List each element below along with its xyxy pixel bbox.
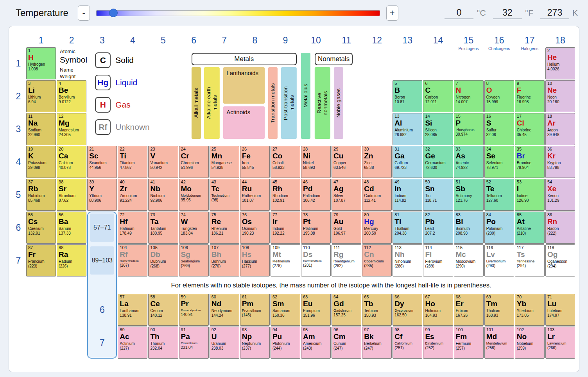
element-tile-yb[interactable]: 70YbYtterbium173.05 xyxy=(515,294,545,326)
element-tile-ac[interactable]: 89AcActinium(227) xyxy=(118,327,147,359)
element-tile-na[interactable]: 11NaSodium22.990 xyxy=(26,113,56,145)
element-tile-sc[interactable]: 21ScScandium44.956 xyxy=(87,146,117,178)
element-tile-es[interactable]: 99EsEinsteinium(252) xyxy=(423,327,453,359)
lanthanoids-label[interactable]: Lanthanoids xyxy=(223,67,265,104)
element-tile-si[interactable]: 14SiSilicon28.085 xyxy=(423,113,453,145)
element-tile-er[interactable]: 68ErErbium167.26 xyxy=(454,294,484,326)
element-tile-md[interactable]: 101MdMendelevium(258) xyxy=(484,327,514,359)
element-tile-y[interactable]: 39YYttrium88.906 xyxy=(87,179,117,211)
element-tile-rn[interactable]: 86RnRadon(222) xyxy=(545,212,575,244)
element-tile-at[interactable]: 85AtAstatine(210) xyxy=(515,212,545,244)
element-tile-ce[interactable]: 58CeCerium140.12 xyxy=(148,294,178,326)
metalloids-label[interactable]: Metalloids xyxy=(301,53,310,139)
element-tile-mg[interactable]: 12MgMagnesium24.305 xyxy=(57,113,86,145)
actinoids-label[interactable]: Actinoids xyxy=(223,106,265,139)
element-tile-no[interactable]: 102NoNobelium(259) xyxy=(515,327,545,359)
post-transition-metals-label[interactable]: Post-transition metals xyxy=(281,67,297,139)
element-tile-o[interactable]: 8OOxygen15.999 xyxy=(484,80,514,112)
element-tile-db[interactable]: 105DbDubnium(268) xyxy=(148,244,178,276)
element-tile-cs[interactable]: 55CsCaesium132.91 xyxy=(26,212,56,244)
celsius-input[interactable] xyxy=(445,7,473,19)
noble-gases-label[interactable]: Noble gases xyxy=(334,67,343,139)
element-tile-eu[interactable]: 63EuEuropium151.96 xyxy=(301,294,331,326)
element-tile-mt[interactable]: 109MtMeitnerium(278) xyxy=(271,244,300,276)
element-tile-xe[interactable]: 54XeXenon131.29 xyxy=(545,179,575,211)
element-tile-p[interactable]: 15PPhosphorus30.974 xyxy=(454,113,484,145)
element-tile-nh[interactable]: 113NhNihonium(286) xyxy=(393,244,422,276)
temperature-increase-button[interactable]: + xyxy=(386,5,398,21)
element-tile-ra[interactable]: 88RaRadium(226) xyxy=(57,244,86,276)
element-tile-mo[interactable]: 42MoMolybdenum95.95 xyxy=(179,179,209,211)
alkaline-earth-metals-label[interactable]: Alkaline earth metals xyxy=(204,67,220,139)
element-tile-ir[interactable]: 77IrIridium192.22 xyxy=(271,212,300,244)
element-tile-ho[interactable]: 67HoHolmium164.93 xyxy=(423,294,453,326)
reactive-nonmetals-label[interactable]: Reactive nonmetals xyxy=(315,67,330,139)
element-tile-cu[interactable]: 29CuCopper63.546 xyxy=(332,146,361,178)
element-tile-fe[interactable]: 26FeIron55.845 xyxy=(240,146,270,178)
element-tile-he[interactable]: 2HeHelium4.0026 xyxy=(545,47,575,79)
element-tile-ca[interactable]: 20CaCalcium40.078 xyxy=(57,146,86,178)
element-tile-pb[interactable]: 82PbLead207.2 xyxy=(423,212,453,244)
element-tile-pd[interactable]: 46PdPalladium106.42 xyxy=(301,179,331,211)
element-tile-hg[interactable]: 80HgMercury200.59 xyxy=(362,212,392,244)
element-tile-re[interactable]: 75ReRhenium186.21 xyxy=(210,212,239,244)
element-tile-v[interactable]: 23VVanadium50.942 xyxy=(148,146,178,178)
element-tile-sb[interactable]: 51SbAntimony121.76 xyxy=(454,179,484,211)
element-tile-pr[interactable]: 59PrPraseodymium140.91 xyxy=(179,294,209,326)
element-tile-sg[interactable]: 106SgSeaborgium(269) xyxy=(179,244,209,276)
element-tile-la[interactable]: 57LaLanthanum138.91 xyxy=(118,294,147,326)
actinoid-placeholder[interactable]: 89–103 xyxy=(90,246,114,275)
element-tile-pt[interactable]: 78PtPlatinum195.08 xyxy=(301,212,331,244)
element-tile-nb[interactable]: 41NbNiobium92.906 xyxy=(148,179,178,211)
element-tile-bk[interactable]: 97BkBerkelium(247) xyxy=(362,327,392,359)
element-tile-u[interactable]: 92UUranium238.03 xyxy=(210,327,239,359)
lanthanoid-placeholder[interactable]: 57–71 xyxy=(90,214,114,242)
element-tile-ag[interactable]: 47AgSilver107.87 xyxy=(332,179,361,211)
element-tile-bi[interactable]: 83BiBismuth208.98 xyxy=(454,212,484,244)
element-tile-sn[interactable]: 50SnTin118.71 xyxy=(423,179,453,211)
element-tile-ga[interactable]: 31GaGallium69.723 xyxy=(393,146,422,178)
element-tile-w[interactable]: 74WTungsten183.84 xyxy=(179,212,209,244)
element-tile-hf[interactable]: 72HfHafnium178.49 xyxy=(118,212,147,244)
element-tile-se[interactable]: 34SeSelenium78.971 xyxy=(484,146,514,178)
element-tile-th[interactable]: 90ThThorium232.04 xyxy=(148,327,178,359)
element-tile-nd[interactable]: 60NdNeodymium144.24 xyxy=(210,294,239,326)
element-tile-s[interactable]: 16SSulfur32.06 xyxy=(484,113,514,145)
element-tile-hs[interactable]: 108HsHassium(277) xyxy=(240,244,270,276)
element-tile-dy[interactable]: 66DyDysprosium162.50 xyxy=(393,294,422,326)
element-tile-zr[interactable]: 40ZrZirconium91.224 xyxy=(118,179,147,211)
element-tile-tm[interactable]: 69TmThulium168.93 xyxy=(484,294,514,326)
element-tile-pm[interactable]: 61PmPromethium(145) xyxy=(240,294,270,326)
element-tile-kr[interactable]: 36KrKrypton83.798 xyxy=(545,146,575,178)
element-tile-cr[interactable]: 24CrChromium51.996 xyxy=(179,146,209,178)
element-tile-ba[interactable]: 56BaBarium137.33 xyxy=(57,212,86,244)
element-tile-rh[interactable]: 45RhRhodium102.91 xyxy=(271,179,300,211)
element-tile-og[interactable]: 118OgOganesson(294) xyxy=(545,244,575,276)
element-tile-sr[interactable]: 38SrStrontium87.62 xyxy=(57,179,86,211)
element-tile-li[interactable]: 3LiLithium6.94 xyxy=(26,80,56,112)
element-tile-tc[interactable]: 43TcTechnetium(98) xyxy=(210,179,239,211)
element-tile-sm[interactable]: 62SmSamarium150.36 xyxy=(271,294,300,326)
element-tile-rf[interactable]: 104RfRutherfordium(267) xyxy=(118,244,147,276)
element-tile-cl[interactable]: 17ClChlorine35.45 xyxy=(515,113,545,145)
temperature-slider-thumb[interactable] xyxy=(109,9,118,17)
element-tile-cf[interactable]: 98CfCalifornium(251) xyxy=(393,327,422,359)
element-tile-lu[interactable]: 71LuLutetium174.97 xyxy=(545,294,575,326)
element-tile-ta[interactable]: 73TaTantalum180.95 xyxy=(148,212,178,244)
element-tile-fm[interactable]: 100FmFermium(257) xyxy=(454,327,484,359)
element-tile-al[interactable]: 13AlAluminium26.982 xyxy=(393,113,422,145)
element-tile-au[interactable]: 79AuGold196.97 xyxy=(332,212,361,244)
element-tile-f[interactable]: 9FFluorine18.998 xyxy=(515,80,545,112)
element-tile-tl[interactable]: 81TlThallium204.38 xyxy=(393,212,422,244)
element-tile-as[interactable]: 33AsArsenic74.922 xyxy=(454,146,484,178)
element-tile-ds[interactable]: 110DsDarmstadtium(281) xyxy=(301,244,331,276)
element-tile-os[interactable]: 76OsOsmium190.23 xyxy=(240,212,270,244)
element-tile-pu[interactable]: 94PuPlutonium(244) xyxy=(271,327,300,359)
element-tile-ne[interactable]: 10NeNeon20.180 xyxy=(545,80,575,112)
element-tile-cm[interactable]: 96CmCurium(247) xyxy=(332,327,361,359)
element-tile-gd[interactable]: 64GdGadolinium157.25 xyxy=(332,294,361,326)
transition-metals-label[interactable]: Transition metals xyxy=(268,67,278,139)
element-tile-pa[interactable]: 91PaProtactinium231.04 xyxy=(179,327,209,359)
element-tile-np[interactable]: 93NpNeptunium(237) xyxy=(240,327,270,359)
element-tile-br[interactable]: 35BrBromine79.904 xyxy=(515,146,545,178)
